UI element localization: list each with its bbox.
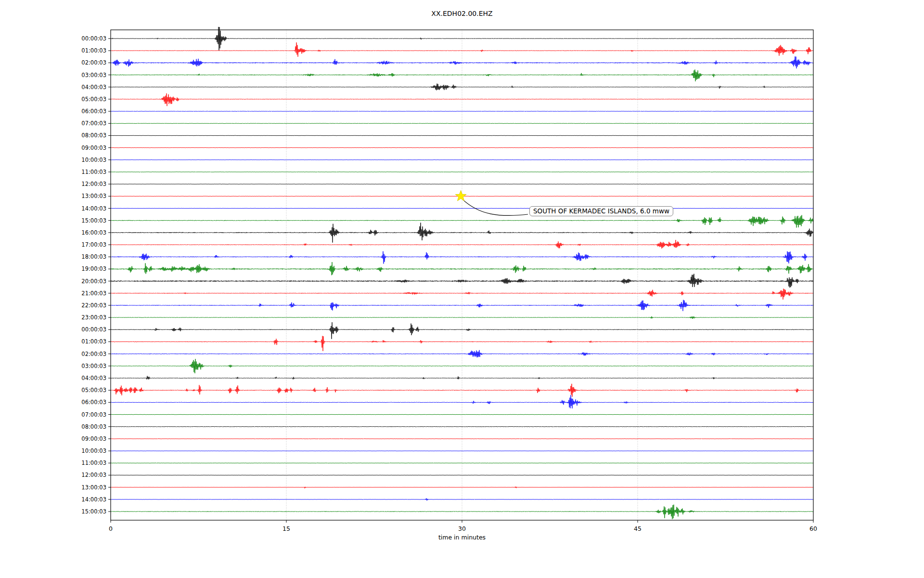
y-axis-label: 17:00:03 bbox=[81, 241, 106, 248]
trace-row-1 bbox=[111, 42, 813, 57]
y-axis-label: 04:00:03 bbox=[81, 84, 106, 91]
y-axis-label: 02:00:03 bbox=[81, 351, 106, 357]
y-axis-label: 11:00:03 bbox=[81, 169, 106, 175]
x-axis-tick-label: 15 bbox=[282, 525, 290, 532]
y-axis-label: 03:00:03 bbox=[81, 72, 106, 79]
y-axis-label: 19:00:03 bbox=[81, 265, 106, 272]
y-axis-label: 01:00:03 bbox=[81, 47, 106, 54]
y-axis-label: 05:00:03 bbox=[81, 387, 106, 394]
trace-row-19 bbox=[111, 262, 813, 275]
trace-row-12 bbox=[111, 184, 813, 184]
x-axis-title: time in minutes bbox=[0, 534, 924, 541]
y-axis-label: 20:00:03 bbox=[81, 278, 106, 285]
trace-row-6 bbox=[111, 111, 813, 112]
y-axis-label: 15:00:03 bbox=[81, 217, 106, 224]
y-axis-label: 09:00:03 bbox=[81, 144, 106, 151]
trace-row-39 bbox=[111, 505, 813, 519]
y-axis-label: 10:00:03 bbox=[81, 157, 106, 163]
x-axis-tick-label: 45 bbox=[634, 525, 642, 532]
trace-row-14 bbox=[111, 208, 813, 209]
y-axis-label: 00:00:03 bbox=[81, 326, 106, 333]
y-axis-label: 15:00:03 bbox=[81, 508, 106, 515]
trace-row-20 bbox=[111, 274, 813, 288]
trace-row-9 bbox=[111, 147, 813, 148]
y-axis-label: 09:00:03 bbox=[81, 435, 106, 442]
y-axis-label: 10:00:03 bbox=[81, 447, 106, 454]
y-axis-label: 12:00:03 bbox=[81, 181, 106, 187]
y-axis-label: 13:00:03 bbox=[81, 193, 106, 199]
x-axis-tick-label: 30 bbox=[458, 525, 466, 532]
trace-row-27 bbox=[111, 359, 813, 373]
y-axis-label: 00:00:03 bbox=[81, 35, 106, 42]
trace-row-2 bbox=[111, 56, 813, 68]
y-axis-label: 07:00:03 bbox=[81, 411, 106, 418]
y-axis-label: 21:00:03 bbox=[81, 290, 106, 297]
y-axis-label: 07:00:03 bbox=[81, 120, 106, 127]
event-star-marker bbox=[455, 190, 466, 201]
y-axis-label: 08:00:03 bbox=[81, 423, 106, 430]
trace-row-8 bbox=[111, 135, 813, 136]
y-axis-label: 22:00:03 bbox=[81, 302, 106, 309]
y-axis-label: 13:00:03 bbox=[81, 484, 106, 491]
trace-row-32 bbox=[111, 426, 813, 427]
trace-row-33 bbox=[111, 438, 813, 439]
y-axis-label: 12:00:03 bbox=[81, 472, 106, 478]
trace-row-26 bbox=[111, 350, 813, 357]
y-axis-label: 16:00:03 bbox=[81, 229, 106, 236]
y-axis-label: 04:00:03 bbox=[81, 375, 106, 381]
y-axis-label: 06:00:03 bbox=[81, 399, 106, 406]
y-axis-label: 02:00:03 bbox=[81, 59, 106, 66]
y-axis-label: 01:00:03 bbox=[81, 338, 106, 345]
x-axis-tick-label: 60 bbox=[809, 525, 817, 532]
y-axis-label: 05:00:03 bbox=[81, 96, 106, 103]
trace-row-7 bbox=[111, 123, 813, 124]
y-axis-label: 14:00:03 bbox=[81, 496, 106, 503]
trace-row-24 bbox=[111, 322, 813, 339]
seismogram-figure: XX.EDH02.00.EHZ 00:00:0301:00:0302:00:03… bbox=[0, 0, 924, 578]
y-axis-label: 03:00:03 bbox=[81, 363, 106, 369]
y-axis-label: 18:00:03 bbox=[81, 253, 106, 260]
trace-row-11 bbox=[111, 172, 813, 172]
trace-row-21 bbox=[111, 289, 813, 300]
y-axis-label: 23:00:03 bbox=[81, 314, 106, 321]
y-axis-label: 11:00:03 bbox=[81, 460, 106, 466]
annotation-connector-line bbox=[463, 199, 528, 215]
trace-row-34 bbox=[111, 451, 813, 451]
trace-row-30 bbox=[111, 395, 813, 408]
y-axis-label: 08:00:03 bbox=[81, 132, 106, 139]
event-annotation-label: SOUTH OF KERMADEC ISLANDS, 6.0 mww bbox=[529, 206, 673, 216]
x-axis-tick-label: 0 bbox=[109, 525, 113, 532]
y-axis-label: 14:00:03 bbox=[81, 205, 106, 212]
y-axis-label: 06:00:03 bbox=[81, 108, 106, 115]
seismogram-canvas: 00:00:0301:00:0302:00:0303:00:0304:00:03… bbox=[0, 0, 924, 578]
